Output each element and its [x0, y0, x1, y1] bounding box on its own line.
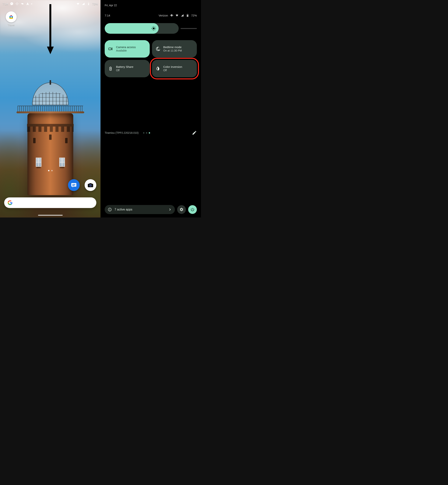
svg-rect-18: [170, 15, 170, 16]
qs-pager-row: Tiramisu (TPP2.220218.010): [105, 130, 197, 135]
qs-carrier: Verizon: [159, 14, 168, 17]
wallpaper-lighthouse: [27, 113, 73, 195]
tile-camera-access[interactable]: Camera access Available: [105, 40, 150, 58]
tile-title: Battery Share: [116, 65, 133, 69]
swipe-down-annotation: [47, 4, 54, 55]
brightness-overflow-track: [181, 28, 197, 29]
vibrate-icon: [170, 14, 173, 17]
svg-point-34: [159, 48, 160, 49]
qs-date: Fri, Apr 22: [105, 4, 197, 7]
svg-point-15: [90, 185, 91, 186]
tile-subtitle: Off: [116, 69, 133, 72]
search-bar[interactable]: [4, 197, 96, 208]
active-apps-chip[interactable]: 7 active apps: [105, 205, 175, 214]
chevron-right-icon: [168, 208, 172, 211]
battery-icon: [186, 14, 189, 17]
signal-icon: [81, 2, 85, 6]
tile-title: Color inversion: [163, 65, 182, 69]
status-time: 7:14: [3, 2, 8, 6]
svg-line-28: [152, 27, 152, 27]
status-battery-text: 72%: [92, 2, 98, 6]
edit-tiles-button[interactable]: [192, 130, 197, 135]
tile-bedtime-mode[interactable]: Bedtime mode On at 11:30 PM: [152, 40, 197, 58]
qs-status-time: 7:14: [105, 14, 110, 17]
svg-point-38: [110, 209, 110, 209]
svg-rect-8: [9, 18, 13, 19]
wifi-icon: [175, 14, 179, 17]
bedtime-icon: [155, 46, 160, 51]
app-messages[interactable]: [68, 179, 80, 191]
svg-rect-2: [16, 4, 17, 4]
svg-rect-16: [170, 15, 171, 16]
svg-rect-1: [17, 4, 17, 5]
svg-rect-39: [110, 209, 110, 211]
svg-rect-22: [187, 15, 188, 17]
qs-status-bar: 7:14 Verizon 72%: [105, 14, 197, 17]
svg-line-29: [155, 30, 155, 30]
power-button[interactable]: [188, 205, 197, 214]
settings-button[interactable]: [177, 205, 186, 214]
qs-tiles: Camera access Available Bedtime mode On …: [105, 40, 197, 77]
app-travel[interactable]: G Travel: [4, 11, 18, 26]
phone-quick-settings: Fri, Apr 22 7:14 Verizon 72%: [101, 0, 201, 217]
svg-rect-17: [172, 15, 173, 16]
dock: [68, 179, 96, 191]
status-overflow-dot: [31, 3, 32, 4]
phone-home: 7:14: [0, 0, 101, 217]
slack-icon: [15, 2, 19, 6]
doordash-icon: [21, 2, 24, 6]
tile-title: Camera access: [116, 45, 136, 49]
svg-text:G: G: [11, 16, 12, 18]
video-icon: [108, 46, 113, 51]
battery-share-icon: [108, 66, 113, 71]
svg-rect-7: [10, 15, 12, 16]
battery-icon: [87, 2, 90, 6]
svg-line-30: [152, 30, 152, 30]
qs-battery-text: 72%: [191, 14, 197, 17]
invert-icon: [155, 66, 160, 71]
info-icon: [108, 207, 112, 212]
gesture-nav-handle[interactable]: [38, 215, 63, 216]
svg-rect-36: [110, 67, 111, 67]
tile-title: Bedtime mode: [163, 45, 182, 49]
svg-rect-11: [72, 184, 75, 185]
tile-battery-share[interactable]: Battery Share Off: [105, 60, 150, 77]
svg-point-33: [159, 47, 159, 48]
send-icon: [26, 2, 29, 6]
wifi-icon: [76, 2, 80, 6]
suitcase-icon: G: [8, 14, 14, 20]
svg-rect-19: [173, 15, 173, 16]
qs-build-text: Tiramisu (TPP2.220218.010): [105, 131, 138, 134]
svg-rect-3: [17, 4, 18, 4]
svg-rect-13: [72, 186, 74, 186]
qs-footer: 7 active apps: [105, 205, 197, 214]
svg-rect-32: [109, 48, 111, 50]
tile-subtitle: On at 11:30 PM: [163, 49, 182, 52]
active-apps-text: 7 active apps: [114, 208, 132, 211]
svg-point-23: [153, 27, 155, 30]
home-page-indicator: [48, 170, 53, 171]
svg-rect-0: [17, 2, 17, 3]
app-travel-label: Travel: [4, 24, 18, 26]
svg-rect-12: [72, 185, 75, 185]
brightness-slider[interactable]: [105, 23, 197, 34]
brightness-icon: [151, 26, 156, 31]
qs-page-dots: [143, 132, 150, 134]
tile-subtitle: Available: [116, 49, 136, 52]
google-g-icon: [8, 200, 13, 205]
app-camera[interactable]: [85, 179, 96, 191]
messenger-icon: [10, 2, 13, 6]
signal-icon: [181, 14, 184, 17]
tile-subtitle: Off: [163, 69, 182, 72]
svg-line-31: [155, 27, 155, 27]
tile-color-inversion[interactable]: Color inversion Off: [152, 60, 197, 77]
